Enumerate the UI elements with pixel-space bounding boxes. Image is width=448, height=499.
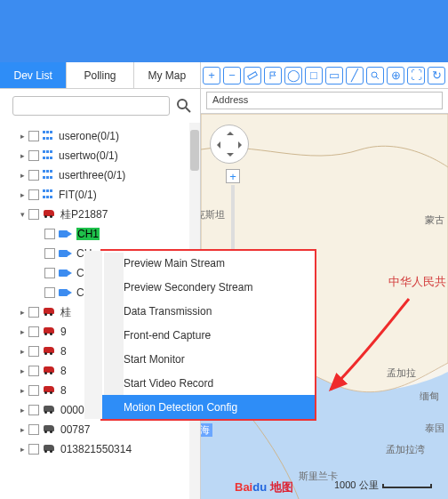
tree-label: CH1 bbox=[76, 228, 100, 240]
camera-icon bbox=[59, 269, 73, 278]
app-header bbox=[0, 0, 448, 62]
car-icon bbox=[43, 386, 57, 395]
tool-square[interactable]: □ bbox=[305, 67, 323, 85]
tab-polling[interactable]: Polling bbox=[67, 62, 133, 88]
search-input[interactable] bbox=[12, 96, 170, 116]
address-bar: Address bbox=[201, 89, 448, 114]
tool-flag[interactable] bbox=[264, 67, 282, 85]
car-icon bbox=[43, 366, 57, 375]
map-label: 海 bbox=[201, 423, 212, 437]
map-label: 孟加拉 bbox=[387, 366, 416, 380]
tree-label: 8 bbox=[60, 384, 67, 397]
map-label: 缅甸 bbox=[420, 390, 439, 403]
tree-label: 8 bbox=[60, 345, 67, 358]
svg-line-4 bbox=[376, 76, 379, 79]
tool-rect[interactable]: ▭ bbox=[325, 67, 343, 85]
tool-ruler[interactable] bbox=[244, 67, 261, 85]
tool-target[interactable]: ⊕ bbox=[387, 67, 404, 85]
svg-line-1 bbox=[186, 108, 190, 112]
map-label: 蒙古 bbox=[425, 213, 444, 227]
address-label: Address bbox=[206, 92, 443, 109]
baidu-logo: Baidu 地图 bbox=[235, 479, 293, 495]
tree-node-user[interactable]: ▸FIT(0/1) bbox=[0, 185, 200, 205]
map-label: 斯里兰卡 bbox=[299, 470, 338, 483]
tree-label: 桂 bbox=[60, 305, 71, 320]
svg-point-0 bbox=[178, 100, 187, 109]
camera-icon bbox=[59, 288, 73, 297]
car-icon bbox=[43, 327, 57, 336]
car-icon bbox=[43, 347, 57, 356]
tree-label: 桂P21887 bbox=[60, 207, 108, 222]
context-menu: Preview Main Stream Preview Secondery St… bbox=[100, 249, 316, 421]
tree-label: usertwo(0/1) bbox=[59, 149, 118, 162]
menu-motion-detection[interactable]: Motion Detection Config bbox=[84, 395, 315, 419]
tree-node-user[interactable]: ▸userone(0/1) bbox=[0, 126, 200, 146]
tree-node-device[interactable]: ▸013821550314 bbox=[0, 439, 200, 459]
tree-label: userthree(0/1) bbox=[59, 169, 125, 181]
tool-line[interactable]: ╱ bbox=[346, 67, 364, 85]
tool-plus[interactable]: + bbox=[203, 67, 220, 85]
zoom-in-button[interactable]: + bbox=[226, 169, 240, 183]
tree-label: 9 bbox=[60, 326, 67, 338]
tree-label: 8 bbox=[60, 365, 67, 377]
tab-devlist[interactable]: Dev List bbox=[0, 62, 67, 88]
tool-search[interactable] bbox=[366, 67, 384, 85]
svg-rect-2 bbox=[248, 71, 258, 78]
map-label: 克斯坦 bbox=[201, 208, 225, 221]
map-toolbar: + − ◯ □ ▭ ╱ ⊕ ⛶ ↻ bbox=[201, 62, 448, 89]
tree-node-device[interactable]: ▸00787 bbox=[0, 420, 200, 439]
map-label-china: 中华人民共 bbox=[388, 274, 446, 290]
tree-node-vehicle[interactable]: ▾桂P21887 bbox=[0, 205, 200, 224]
tool-fullscreen[interactable]: ⛶ bbox=[407, 67, 425, 85]
tree-node-user[interactable]: ▸userthree(0/1) bbox=[0, 165, 200, 185]
map-label: 泰国 bbox=[425, 422, 444, 435]
tool-circle[interactable]: ◯ bbox=[284, 67, 302, 85]
car-icon bbox=[43, 406, 57, 414]
car-icon bbox=[43, 445, 57, 454]
tree-label: userone(0/1) bbox=[59, 130, 119, 142]
tab-bar: Dev List Polling My Map bbox=[0, 62, 200, 89]
map-pan-control[interactable] bbox=[210, 125, 249, 164]
camera-icon bbox=[59, 229, 73, 238]
tool-refresh[interactable]: ↻ bbox=[428, 67, 445, 85]
tab-mymap[interactable]: My Map bbox=[134, 62, 200, 88]
tool-minus[interactable]: − bbox=[223, 67, 241, 85]
map-label: 孟加拉湾 bbox=[386, 443, 425, 456]
tree-node-channel[interactable]: CH1 bbox=[0, 224, 200, 244]
tree-node-user[interactable]: ▸usertwo(0/1) bbox=[0, 146, 200, 165]
tree-label: 013821550314 bbox=[60, 443, 132, 455]
search-icon[interactable] bbox=[175, 97, 193, 115]
camera-icon bbox=[59, 249, 73, 258]
map-scale: 1000 公里 bbox=[334, 479, 432, 492]
car-icon bbox=[43, 425, 57, 434]
car-icon bbox=[43, 308, 57, 317]
tree-label: FIT(0/1) bbox=[59, 189, 97, 201]
car-icon bbox=[43, 210, 57, 219]
tree-label: 00787 bbox=[60, 423, 90, 436]
